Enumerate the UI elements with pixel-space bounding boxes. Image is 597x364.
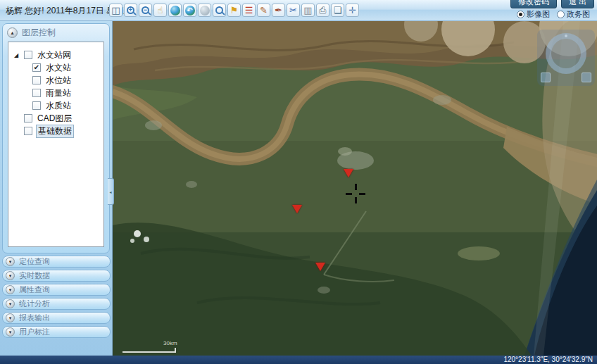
zoom-out-icon[interactable]: − <box>139 4 152 17</box>
layer-tree: ◢水文站网✔水文站水位站雨量站水质站CAD图层基础数据 <box>8 42 104 247</box>
measure-icon[interactable]: ⚑ <box>227 4 241 17</box>
account-buttons: 修改密码 退 出 <box>510 0 594 8</box>
layer-hydrology-station[interactable]: ✔水文站 <box>8 61 103 74</box>
radio-icon[interactable] <box>557 11 565 18</box>
panel-title: 实时数据 <box>19 270 50 281</box>
layer-panel-header[interactable]: ▴ 图层控制 <box>3 24 109 41</box>
panel-title: 统计分析 <box>19 299 50 309</box>
layer-cad[interactable]: CAD图层 <box>8 112 103 125</box>
zoom-in-icon[interactable]: + <box>124 4 137 17</box>
pan-icon[interactable]: ☝ <box>153 4 167 17</box>
map-type-switch: 影像图政务图 <box>517 9 590 20</box>
previous-view-icon[interactable]: ↶ <box>183 4 196 17</box>
layer-control-panel: ▴ 图层控制 ◢水文站网✔水文站水位站雨量站水质站CAD图层基础数据 <box>2 23 110 253</box>
status-bar: 120°23'11.3"E, 30°24'32.9"N <box>0 356 597 364</box>
layer-hydro-station-network[interactable]: ◢水文站网 <box>8 49 103 61</box>
next-view-icon[interactable] <box>198 4 211 17</box>
panel-location-query[interactable]: ▾定位查询 <box>2 256 111 268</box>
legend-icon[interactable]: ☰ <box>242 4 256 17</box>
coordinates-readout: 120°23'11.3"E, 30°24'32.9"N <box>503 356 593 364</box>
panel-title: 属性查询 <box>19 284 50 295</box>
sidebar-collapse-handle[interactable]: ◂ <box>108 178 114 205</box>
satellite-imagery <box>113 21 597 356</box>
chevron-down-icon[interactable]: ▾ <box>6 257 15 266</box>
map-type-option-0[interactable]: 影像图 <box>517 9 550 20</box>
clear-icon[interactable]: ✂ <box>287 4 300 17</box>
window-icon[interactable]: ❏ <box>331 4 344 17</box>
layer-water-level-station[interactable]: 水位站 <box>8 74 103 87</box>
edit-icon[interactable]: ✎ <box>257 4 270 17</box>
panel-report-output[interactable]: ▾报表输出 <box>2 312 111 324</box>
layer-label: 水文站 <box>44 62 73 74</box>
layer-label: 基础数据 <box>36 125 74 138</box>
chevron-down-icon[interactable]: ▾ <box>6 313 15 322</box>
station-marker[interactable] <box>315 263 325 271</box>
logout-button[interactable]: 退 出 <box>561 0 594 8</box>
panel-title: 报表输出 <box>19 313 50 323</box>
chevron-down-icon[interactable]: ▾ <box>6 271 15 280</box>
chevron-down-icon[interactable]: ▾ <box>6 327 15 337</box>
chevron-down-icon[interactable]: ▾ <box>6 285 15 294</box>
layer-water-quality-station[interactable]: 水质站 <box>8 99 103 112</box>
layer-label: CAD图层 <box>36 113 73 125</box>
chevron-down-icon[interactable]: ▾ <box>6 299 15 308</box>
map-type-label: 影像图 <box>527 9 550 20</box>
chevron-up-icon[interactable]: ▴ <box>7 27 18 38</box>
layer-label: 水位站 <box>44 75 73 87</box>
layer-checkbox[interactable] <box>24 114 32 123</box>
panel-realtime-data[interactable]: ▾实时数据 <box>2 270 111 282</box>
map-type-label: 政务图 <box>567 9 590 20</box>
layer-rainfall-station[interactable]: 雨量站 <box>8 87 103 99</box>
station-marker[interactable] <box>292 205 302 213</box>
station-marker[interactable] <box>344 169 353 177</box>
panel-title: 用户标注 <box>19 327 50 337</box>
compass-pan-ring[interactable] <box>546 33 586 74</box>
full-extent-icon[interactable] <box>168 4 182 17</box>
panel-title: 定位查询 <box>19 256 50 267</box>
layer-label: 雨量站 <box>44 87 73 99</box>
sidebar: ▴ 图层控制 ◢水文站网✔水文站水位站雨量站水质站CAD图层基础数据 ▾定位查询… <box>0 21 113 356</box>
change-password-button[interactable]: 修改密码 <box>510 0 557 8</box>
move-icon[interactable]: ✛ <box>346 4 359 17</box>
scale-label: 30km <box>163 340 177 346</box>
map-type-option-1[interactable]: 政务图 <box>557 9 590 20</box>
layer-label: 水文站网 <box>36 49 73 61</box>
panel-user-annotation[interactable]: ▾用户标注 <box>2 326 111 338</box>
layer-checkbox[interactable]: ✔ <box>32 63 41 72</box>
layer-checkbox[interactable] <box>24 51 32 59</box>
nav-button-right[interactable] <box>582 73 591 82</box>
panel-statistic-analysis[interactable]: ▾统计分析 <box>2 298 111 310</box>
radio-icon[interactable] <box>517 11 524 18</box>
layer-panel-title: 图层控制 <box>22 27 56 39</box>
map-view[interactable]: 30km <box>113 21 597 356</box>
scale-bar <box>122 348 176 353</box>
layer-checkbox[interactable] <box>24 127 32 135</box>
toolbar: ◫+−☝↶⚑☰✎✒✂▥⎙❏✛ <box>109 4 359 17</box>
top-toolbar: 杨辉 您好! 2011年8月17日 星期三 ◫+−☝↶⚑☰✎✒✂▥⎙❏✛ 修改密… <box>0 0 597 21</box>
search-icon[interactable] <box>213 4 226 17</box>
toggle-sidebar-icon[interactable]: ◫ <box>109 4 122 17</box>
layer-checkbox[interactable] <box>32 89 41 97</box>
sidebar-panels: ▾定位查询▾实时数据▾属性查询▾统计分析▾报表输出▾用户标注 <box>0 256 113 340</box>
layer-checkbox[interactable] <box>32 101 41 110</box>
database-icon[interactable]: ▥ <box>301 4 315 17</box>
layer-base-data[interactable]: 基础数据 <box>8 125 103 137</box>
map-navigation-control <box>537 30 595 86</box>
layer-label: 水质站 <box>44 100 73 112</box>
nav-button-left[interactable] <box>541 73 551 82</box>
print-icon[interactable]: ⎙ <box>316 4 329 17</box>
tree-expander-icon[interactable]: ◢ <box>14 52 24 58</box>
layer-checkbox[interactable] <box>32 76 41 84</box>
draw-icon[interactable]: ✒ <box>272 4 285 17</box>
panel-attribute-query[interactable]: ▾属性查询 <box>2 284 111 296</box>
